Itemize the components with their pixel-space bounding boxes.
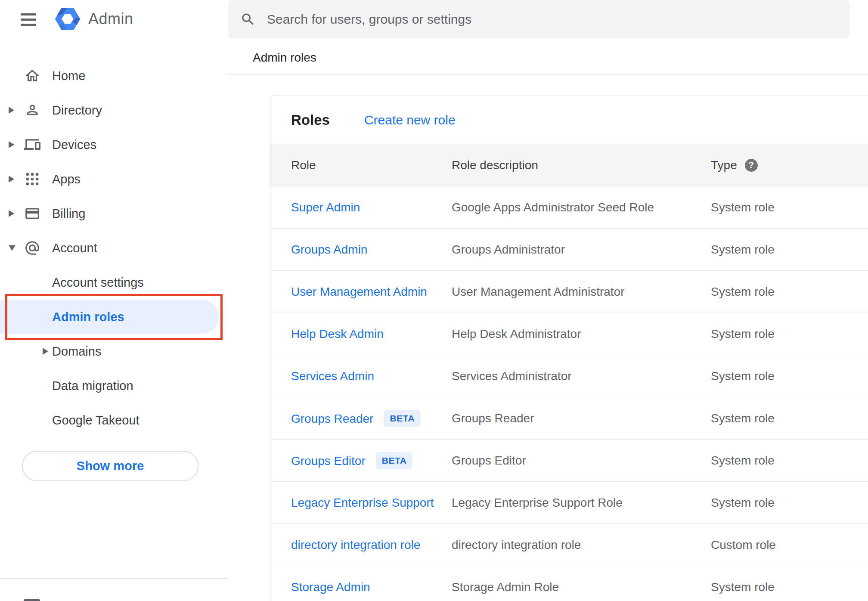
sidebar-item-apps[interactable]: Apps (0, 162, 228, 196)
sidebar: Home Directory Devices (0, 39, 228, 601)
role-description-cell: User Management Administrator (452, 285, 625, 298)
search-bar[interactable] (228, 0, 850, 38)
expand-arrow-icon[interactable] (9, 107, 14, 114)
person-icon (24, 102, 40, 118)
sidebar-item-label: Data migration (52, 379, 133, 393)
table-row: Help Desk Admin Help Desk Administrator … (270, 313, 868, 355)
role-description-cell: Google Apps Administrator Seed Role (452, 201, 654, 214)
sidebar-item-google-takeout[interactable]: Google Takeout (0, 403, 228, 437)
role-type-cell: System role (711, 454, 775, 468)
role-type-cell: System role (711, 243, 775, 257)
role-description-cell: Storage Admin Role (452, 580, 559, 594)
topbar: Admin (0, 0, 868, 39)
table-row: Groups Admin Groups Administrator System… (270, 229, 868, 271)
role-type-cell: System role (711, 580, 775, 594)
role-type-cell: System role (711, 327, 775, 341)
admin-hexagon-logo-icon (54, 6, 81, 31)
table-row: Legacy Enterprise Support Legacy Enterpr… (270, 482, 868, 524)
table-row: User Management Admin User Management Ad… (270, 271, 868, 313)
role-link[interactable]: directory integration role (291, 538, 420, 551)
sidebar-item-data-migration[interactable]: Data migration (0, 369, 228, 403)
breadcrumb: Admin roles (253, 51, 316, 65)
role-link[interactable]: Help Desk Admin (291, 327, 384, 341)
role-description-cell: Groups Editor (452, 454, 526, 467)
role-description-cell: Services Administrator (452, 369, 572, 383)
credit-card-icon (24, 205, 40, 222)
sidebar-item-account-settings[interactable]: Account settings (0, 265, 228, 300)
expand-arrow-icon[interactable] (9, 176, 14, 183)
sidebar-item-label: Domains (52, 344, 101, 359)
beta-badge: BETA (384, 410, 421, 427)
card-header: Roles Create new role (270, 96, 868, 144)
table-row: Groups ReaderBETA Groups Reader System r… (270, 397, 868, 440)
sidebar-item-home[interactable]: Home (0, 59, 228, 93)
roles-card: Roles Create new role Role Role descript… (270, 96, 868, 601)
home-icon (24, 68, 40, 84)
table-row: directory integration role directory int… (270, 524, 868, 566)
sidebar-item-label: Home (52, 69, 85, 83)
sidebar-item-label: Directory (52, 103, 102, 118)
table-header-row: Role Role description Type ? (270, 144, 868, 186)
role-description-cell: directory integration role (452, 538, 581, 551)
expand-arrow-icon[interactable] (9, 210, 14, 217)
table-row: Storage Admin Storage Admin Role System … (270, 566, 868, 601)
role-link[interactable]: Legacy Enterprise Support (291, 496, 434, 509)
app-title: Admin (88, 10, 133, 28)
search-input[interactable] (266, 12, 838, 27)
at-sign-icon (24, 240, 40, 256)
role-type-cell: System role (711, 201, 775, 214)
expand-arrow-icon[interactable] (9, 141, 14, 148)
beta-badge: BETA (376, 452, 413, 469)
column-header-type: Type (711, 158, 737, 172)
devices-icon (24, 136, 40, 153)
role-link[interactable]: Storage Admin (291, 580, 370, 594)
role-link[interactable]: Groups Editor (291, 454, 366, 468)
role-description-cell: Legacy Enterprise Support Role (452, 496, 623, 509)
sidebar-item-directory[interactable]: Directory (0, 93, 228, 127)
app-logo: Admin (54, 6, 133, 31)
sidebar-item-admin-roles[interactable]: Admin roles (0, 300, 228, 334)
expand-arrow-icon[interactable] (43, 348, 48, 355)
role-description-cell: Groups Administrator (452, 243, 565, 256)
sidebar-nav-list: Home Directory Devices (0, 59, 228, 437)
page-title: Roles (291, 112, 330, 128)
admin-console-screen: Admin Home Directory (0, 0, 868, 601)
role-link[interactable]: Groups Reader (291, 412, 373, 425)
role-type-cell: System role (711, 412, 775, 425)
sidebar-item-label: Apps (52, 172, 81, 186)
role-link[interactable]: User Management Admin (291, 285, 427, 298)
sidebar-item-billing[interactable]: Billing (0, 196, 228, 231)
create-new-role-link[interactable]: Create new role (364, 113, 456, 127)
breadcrumb-divider (228, 74, 868, 74)
hamburger-bar (21, 24, 36, 26)
hamburger-menu-button[interactable] (19, 10, 38, 29)
sidebar-item-devices[interactable]: Devices (0, 127, 228, 162)
apps-grid-icon (24, 171, 40, 187)
role-type-cell: System role (711, 369, 775, 383)
role-link[interactable]: Services Admin (291, 369, 374, 383)
clipped-nav-icon (24, 599, 40, 601)
role-link[interactable]: Super Admin (291, 201, 360, 214)
help-icon[interactable]: ? (745, 159, 758, 172)
role-description-cell: Groups Reader (452, 412, 534, 425)
sidebar-item-account[interactable]: Account (0, 231, 228, 265)
column-header-role: Role (291, 158, 316, 172)
hamburger-bar (21, 19, 36, 21)
sidebar-item-label: Admin roles (52, 310, 124, 324)
role-link[interactable]: Groups Admin (291, 243, 367, 256)
sidebar-item-domains[interactable]: Domains (0, 334, 228, 369)
sidebar-item-label: Account (52, 241, 97, 255)
role-description-cell: Help Desk Administrator (452, 327, 581, 341)
search-icon (240, 12, 256, 27)
roles-table-body: Super Admin Google Apps Administrator Se… (270, 186, 868, 601)
show-more-button[interactable]: Show more (22, 451, 198, 481)
role-type-cell: System role (711, 496, 775, 510)
role-type-cell: Custom role (711, 538, 776, 552)
column-header-role-description: Role description (452, 158, 538, 172)
sidebar-item-label: Google Takeout (52, 413, 140, 428)
sidebar-item-label: Billing (52, 207, 85, 221)
collapse-arrow-icon[interactable] (9, 245, 16, 251)
role-type-cell: System role (711, 285, 775, 299)
table-row: Groups EditorBETA Groups Editor System r… (270, 440, 868, 482)
hamburger-bar (21, 13, 36, 15)
